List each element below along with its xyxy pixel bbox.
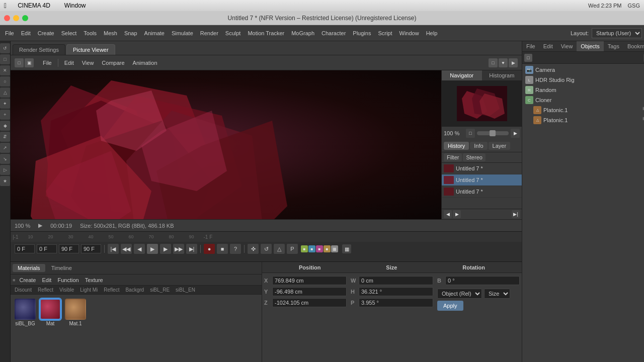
layout-dropdown[interactable]: Startup (User): [592, 28, 642, 38]
history-prev[interactable]: ◀: [444, 210, 452, 218]
tl-scale[interactable]: △: [274, 244, 285, 254]
maximize-button[interactable]: [22, 15, 28, 21]
viewer-menu-compare[interactable]: Compare: [99, 59, 127, 67]
apply-button[interactable]: Apply: [437, 301, 463, 311]
menu-simulate[interactable]: Simulate: [169, 29, 196, 37]
viewer-icon-right-3[interactable]: ▶: [509, 58, 518, 67]
tab-timeline-mat[interactable]: Timeline: [46, 264, 77, 272]
tl-pos[interactable]: P: [287, 244, 298, 254]
menu-sculpt[interactable]: Sculpt: [222, 29, 244, 37]
menu-plugins[interactable]: Plugins: [350, 29, 374, 37]
sidebar-tool-1[interactable]: ↺: [0, 43, 10, 53]
subtab-stereo[interactable]: Stereo: [463, 153, 485, 161]
mat-create[interactable]: Create: [17, 277, 38, 283]
menu-snap[interactable]: Snap: [121, 29, 140, 37]
coords-sys-dropdown[interactable]: Object (Rel): [437, 289, 482, 299]
history-item-0[interactable]: Untitled 7 *: [442, 163, 522, 174]
menu-window-main[interactable]: Window: [396, 29, 422, 37]
vt-icon-1[interactable]: □: [15, 58, 24, 67]
tab-picture-viewer[interactable]: Picture Viewer: [66, 44, 115, 55]
close-button[interactable]: [4, 15, 10, 21]
tab-obj-file[interactable]: File: [522, 41, 539, 51]
tl-rotate[interactable]: ↺: [261, 244, 272, 254]
tl-mode-2[interactable]: ■: [308, 245, 315, 252]
menu-select[interactable]: Select: [58, 29, 80, 37]
tab-materials[interactable]: Materials: [13, 264, 45, 272]
tl-next-frame[interactable]: ▶▶: [173, 244, 184, 254]
sidebar-tool-4[interactable]: ○: [0, 76, 10, 86]
tab-obj-tags[interactable]: Tags: [604, 41, 623, 51]
tab-obj-objects[interactable]: Objects: [577, 41, 603, 51]
sidebar-tool-12[interactable]: ▷: [0, 165, 10, 175]
coords-b-input[interactable]: [445, 276, 520, 285]
tl-stop-record[interactable]: ■: [217, 244, 228, 254]
menu-create[interactable]: Create: [35, 29, 57, 37]
tl-goto-start[interactable]: |◀: [108, 244, 119, 254]
tl-frame-start[interactable]: [15, 244, 35, 253]
coords-w-input[interactable]: [359, 276, 433, 285]
obj-item-hdr[interactable]: L HDR Studio Rig □ ✓: [523, 75, 644, 85]
coords-h-input[interactable]: [359, 287, 433, 296]
sidebar-tool-8[interactable]: ◆: [0, 121, 10, 131]
viewer-icon-right-1[interactable]: □: [489, 58, 498, 67]
tl-help[interactable]: ?: [230, 244, 241, 254]
menu-animate[interactable]: Animate: [141, 29, 168, 37]
menu-character[interactable]: Character: [318, 29, 349, 37]
tl-frame-end[interactable]: [59, 244, 79, 253]
obj-item-platonic1[interactable]: △ Platonic.1 ▦▦: [531, 105, 644, 115]
tab-histogram[interactable]: Histogram: [482, 70, 522, 80]
sidebar-tool-5[interactable]: △: [0, 87, 10, 98]
traffic-lights[interactable]: [4, 15, 28, 21]
obj-item-platonic2[interactable]: △ Platonic.1 ▦▦: [531, 115, 644, 125]
tl-goto-end[interactable]: ▶|: [186, 244, 197, 254]
history-item-2[interactable]: Untitled 7 *: [442, 186, 522, 198]
vt-icon-2[interactable]: ▣: [25, 58, 34, 67]
history-end[interactable]: ▶|: [512, 210, 520, 218]
mat-edit[interactable]: Edit: [40, 277, 53, 283]
tl-mode-4[interactable]: ■: [324, 245, 331, 252]
history-next[interactable]: ▶: [453, 210, 461, 218]
tl-record[interactable]: ●: [204, 244, 215, 254]
tl-next-1[interactable]: ▶: [160, 244, 171, 254]
tab-render-settings[interactable]: Render Settings: [13, 44, 65, 55]
tl-icon-extra[interactable]: ▦: [342, 244, 351, 253]
material-item-siblbg[interactable]: siBL_BG: [15, 299, 36, 326]
zoom-expand-icon[interactable]: ▶: [511, 129, 520, 138]
tab-navigator[interactable]: Navigator: [442, 70, 482, 80]
menu-cinema4d[interactable]: CINEMA 4D: [15, 1, 53, 10]
mat-function[interactable]: Function: [55, 277, 80, 283]
obj-item-camera[interactable]: 📷 Camera □ □: [523, 65, 644, 75]
viewer-menu-file[interactable]: File: [40, 59, 55, 67]
sidebar-tool-11[interactable]: ↘: [0, 154, 10, 164]
viewer-icon-right-2[interactable]: ♥: [499, 58, 508, 67]
sidebar-tool-6[interactable]: ✦: [0, 99, 10, 109]
minimize-button[interactable]: [13, 15, 19, 21]
sidebar-tool-13[interactable]: ★: [0, 176, 10, 186]
coords-measure-dropdown[interactable]: Size: [484, 289, 510, 299]
menu-tools[interactable]: Tools: [80, 29, 100, 37]
tl-frame-current[interactable]: [37, 244, 57, 253]
tl-frame-end2[interactable]: [81, 244, 101, 253]
coords-z-input[interactable]: [272, 298, 347, 307]
menu-help[interactable]: Help: [423, 29, 441, 37]
obj-tb-icon-1[interactable]: □: [524, 54, 532, 62]
tl-mode-5[interactable]: ▦: [331, 245, 338, 252]
viewer-menu-edit[interactable]: Edit: [61, 59, 77, 67]
menu-mesh[interactable]: Mesh: [101, 29, 120, 37]
material-item-mat1[interactable]: Mat.1: [65, 299, 86, 326]
mat-texture[interactable]: Texture: [83, 277, 105, 283]
tl-mode-3[interactable]: ■: [316, 245, 323, 252]
sidebar-tool-7[interactable]: +: [0, 110, 10, 120]
subtab-filter[interactable]: Filter: [444, 153, 462, 161]
obj-item-random[interactable]: R Random □ ✓: [523, 85, 644, 95]
tl-prev-1[interactable]: ◀: [134, 244, 145, 254]
menu-mograph[interactable]: MoGraph: [288, 29, 317, 37]
sidebar-tool-10[interactable]: ↗: [0, 143, 10, 153]
material-item-mat[interactable]: Mat: [40, 299, 61, 326]
zoom-lock-icon[interactable]: □: [466, 129, 475, 138]
history-item-1[interactable]: Untitled 7 *: [442, 174, 522, 186]
menu-file[interactable]: File: [2, 29, 17, 37]
tab-layer[interactable]: Layer: [489, 142, 511, 150]
menu-motion-tracker[interactable]: Motion Tracker: [245, 29, 287, 37]
tl-play[interactable]: ▶: [147, 244, 158, 254]
